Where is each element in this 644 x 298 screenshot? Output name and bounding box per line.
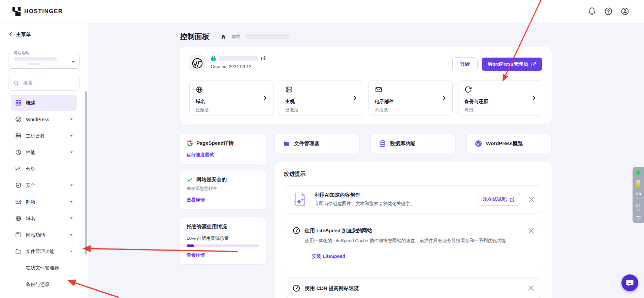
shield-icon (15, 182, 22, 189)
site-select-dropdown[interactable]: 网站名称 (8, 53, 79, 69)
chevron-down-icon (70, 152, 73, 155)
sidebar-item-security[interactable]: 安全 (11, 177, 77, 194)
external-link-icon[interactable] (261, 56, 266, 61)
chevron-down-icon (70, 218, 73, 221)
network-monitor-widget[interactable]: 0.9 ↑K/s 2.1 ↓K/s (633, 167, 644, 223)
domain-name-redacted (219, 56, 258, 61)
service-title: 主机 (285, 99, 357, 105)
service-card-domain[interactable]: 域名 已激活 (189, 80, 273, 116)
sidebar-item-label: 域名 (26, 216, 35, 222)
database-card[interactable]: 数据库功能 (371, 134, 456, 153)
site-name-redacted-2 (28, 63, 39, 65)
sidebar-item-label: 安全 (26, 183, 35, 189)
folder-icon (283, 140, 290, 147)
wordpress-overview-card[interactable]: WordPress概览 (466, 134, 552, 153)
sidebar-menu: 概述 WordPress 主机套餐 性能 分析 (5, 95, 82, 298)
main-area: 控制面板 - 网站 - Created: (88, 23, 644, 298)
sidebar-subitem-backup-restore[interactable]: 备份与还原 (11, 276, 77, 293)
ssl-lock-icon (211, 55, 216, 61)
chevron-left-icon (9, 32, 13, 36)
back-label: 主菜单 (16, 31, 31, 38)
chat-bubble-button[interactable] (621, 274, 638, 291)
security-subtitle: 未发现恶意软件 (187, 186, 259, 192)
speed-gauge (636, 180, 640, 189)
sidebar-item-email[interactable]: 邮箱 (11, 194, 77, 210)
trend-icon (15, 166, 22, 172)
pagespeed-card: PageSpeed详情 运行速度测试 (180, 134, 266, 164)
pagespeed-title: PageSpeed详情 (196, 140, 234, 146)
sidebar-item-website-features[interactable]: 网站功能 (11, 227, 77, 243)
wordpress-overview-title: WordPress概览 (486, 140, 523, 147)
top-bar: HOSTINGER (0, 0, 644, 23)
site-name-redacted (14, 57, 57, 61)
run-speed-test-link[interactable]: 运行速度测试 (187, 152, 214, 158)
service-status: 已激活 (196, 107, 267, 113)
service-card-hosting[interactable]: 主机 已激活 (279, 80, 363, 116)
wp-admin-button[interactable]: WordPress管理员 (482, 58, 542, 71)
divider (215, 32, 215, 42)
sidebar-item-file-management[interactable]: 文件管理功能 (11, 243, 77, 260)
breadcrumb: - 网站 - (221, 34, 290, 40)
tip-body: 使用一体化的 LiteSpeed Cache 插件加快您网站的速度，该插件具有服… (305, 238, 534, 244)
security-details-link[interactable]: 查看详情 (187, 197, 205, 203)
try-now-button[interactable]: 现在试试吧 (478, 193, 520, 206)
service-title: 电子邮件 (375, 99, 446, 105)
close-icon[interactable] (528, 228, 534, 233)
resources-details-link[interactable]: 查看详情 (187, 252, 205, 258)
sidebar-item-domains[interactable]: 域名 (11, 210, 77, 227)
sidebar-item-hosting-plan[interactable]: 主机套餐 (11, 128, 77, 144)
search-input[interactable] (23, 80, 70, 86)
chevron-down-icon (70, 119, 73, 122)
close-icon[interactable] (529, 197, 534, 202)
notifications-bell-icon[interactable] (588, 7, 596, 15)
tip-ai-content: 利用AI加速内容创作 立即为你创建图片、文本和搜索引擎优化关键字。 现在试试吧 (284, 185, 542, 213)
check-icon (187, 176, 193, 183)
hostinger-logo[interactable]: HOSTINGER (12, 7, 63, 16)
sidebar-item-label: 文件管理功能 (26, 249, 54, 255)
google-icon (187, 140, 193, 146)
service-card-email[interactable]: 电子邮件 不活跃 (368, 80, 453, 116)
help-icon[interactable] (604, 7, 613, 15)
upgrade-button[interactable]: 升级 (452, 57, 478, 71)
sidebar-item-label: 网站功能 (26, 232, 45, 238)
chevron-down-icon (72, 61, 74, 64)
service-status: 不活跃 (375, 107, 446, 113)
sidebar-subitem-file-manager[interactable]: 在线文件管理器 (11, 260, 77, 276)
home-icon[interactable] (221, 34, 226, 39)
sidebar-item-overview[interactable]: 概述 (11, 95, 77, 111)
security-status-card: 网站是安全的 未发现恶意软件 查看详情 (180, 170, 266, 209)
tip-body: 立即为你创建图片、文本和搜索引擎优化关键字。 (315, 201, 415, 207)
sidebar-item-analytics[interactable]: 分析 (11, 161, 77, 177)
wordpress-icon (475, 140, 482, 147)
install-litespeed-button[interactable]: 安装 LiteSpeed (305, 250, 352, 263)
tip-cdn: 使用 CDN 提高网站速度 (284, 278, 542, 298)
file-manager-card[interactable]: 文件管理器 (275, 134, 360, 153)
resources-card: 托管资源使用情况 10% 占所用资源总量 查看详情 (180, 218, 266, 264)
server-icon (285, 86, 293, 93)
mail-icon (375, 86, 382, 93)
camera-icon[interactable] (636, 216, 641, 221)
tips-heading: 改进提示 (284, 171, 542, 178)
globe-icon (15, 215, 22, 222)
database-title: 数据库功能 (390, 140, 415, 147)
chevron-right-icon (352, 95, 357, 101)
sidebar-item-label: WordPress (26, 117, 49, 122)
sidebar-item-performance[interactable]: 性能 (11, 144, 77, 161)
sidebar-subitem-ftp-accounts[interactable]: FTP账号管理 (11, 293, 77, 298)
service-card-backups[interactable]: 备份与还原 每日 (458, 80, 542, 116)
chevron-up-icon (70, 249, 73, 252)
folder-icon (15, 248, 22, 255)
account-icon[interactable] (621, 7, 629, 15)
grid-icon (15, 100, 22, 106)
close-icon[interactable] (528, 286, 534, 291)
install-litespeed-label: 安装 LiteSpeed (312, 254, 345, 260)
breadcrumb-text: - 网站 - (229, 34, 243, 40)
sidebar-scrollbar[interactable] (85, 91, 87, 255)
sidebar-back-main-menu[interactable]: 主菜单 (0, 23, 88, 46)
chevron-down-icon (70, 135, 73, 138)
chat-icon (625, 278, 634, 287)
service-status: 每日 (464, 107, 536, 113)
sidebar-item-wordpress[interactable]: WordPress (11, 111, 77, 128)
sidebar-search[interactable] (8, 75, 79, 91)
sidebar-item-label: 邮箱 (26, 199, 35, 205)
